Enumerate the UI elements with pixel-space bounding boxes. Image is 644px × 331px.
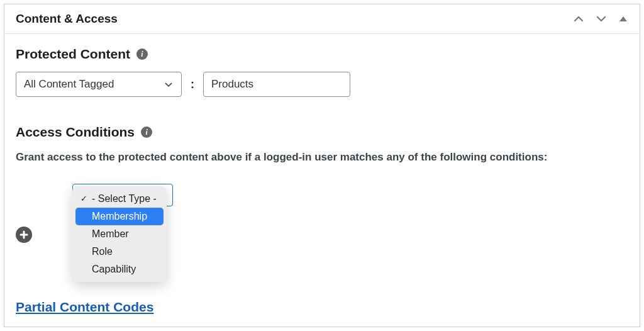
- dropdown-option-label: Member: [92, 228, 129, 240]
- dropdown-option-member[interactable]: Member: [75, 225, 164, 243]
- tag-scope-value: All Content Tagged: [24, 78, 114, 91]
- tag-scope-select[interactable]: All Content Tagged: [16, 72, 182, 97]
- partial-content-codes-link[interactable]: Partial Content Codes: [16, 300, 153, 315]
- condition-row: ✓ - Select Type - Membership Member Role: [16, 184, 628, 282]
- tag-value-select[interactable]: Products: [203, 72, 350, 97]
- panel-header: Content & Access: [4, 4, 640, 34]
- add-condition-button[interactable]: [16, 227, 32, 243]
- dropdown-option-role[interactable]: Role: [75, 243, 164, 261]
- dropdown-option-label: - Select Type -: [92, 193, 157, 205]
- chevron-down-icon[interactable]: [596, 13, 607, 25]
- separator: :: [191, 78, 194, 91]
- dropdown-option-select-type[interactable]: ✓ - Select Type -: [75, 190, 164, 208]
- access-conditions-heading-row: Access Conditions i: [16, 125, 628, 140]
- access-conditions-description: Grant access to the protected content ab…: [16, 150, 628, 165]
- plus-icon: [19, 230, 29, 240]
- panel-title: Content & Access: [16, 12, 118, 26]
- panel-header-actions: [573, 13, 628, 25]
- chevron-up-icon[interactable]: [573, 13, 584, 25]
- dropdown-option-label: Membership: [92, 211, 147, 222]
- condition-type-dropdown[interactable]: ✓ - Select Type - Membership Member Role: [72, 184, 167, 282]
- dropdown-option-label: Capability: [92, 264, 136, 275]
- dropdown-menu: ✓ - Select Type - Membership Member Role: [72, 186, 167, 282]
- protected-content-heading: Protected Content: [16, 47, 130, 62]
- collapse-triangle-icon[interactable]: [618, 14, 628, 24]
- check-icon: ✓: [79, 194, 88, 203]
- tag-value-text: Products: [211, 78, 253, 91]
- access-conditions-heading: Access Conditions: [16, 125, 135, 140]
- dropdown-option-capability[interactable]: Capability: [75, 261, 164, 278]
- protected-content-heading-row: Protected Content i: [16, 47, 628, 62]
- info-icon[interactable]: i: [136, 48, 148, 60]
- info-icon[interactable]: i: [141, 126, 152, 138]
- protected-content-row: All Content Tagged : Products: [16, 72, 628, 97]
- dropdown-option-membership[interactable]: Membership: [75, 208, 164, 225]
- chevron-down-icon: [164, 79, 174, 89]
- panel-body: Protected Content i All Content Tagged :…: [4, 34, 640, 327]
- content-access-panel: Content & Access Protected Content i All…: [4, 4, 640, 327]
- dropdown-option-label: Role: [92, 246, 113, 257]
